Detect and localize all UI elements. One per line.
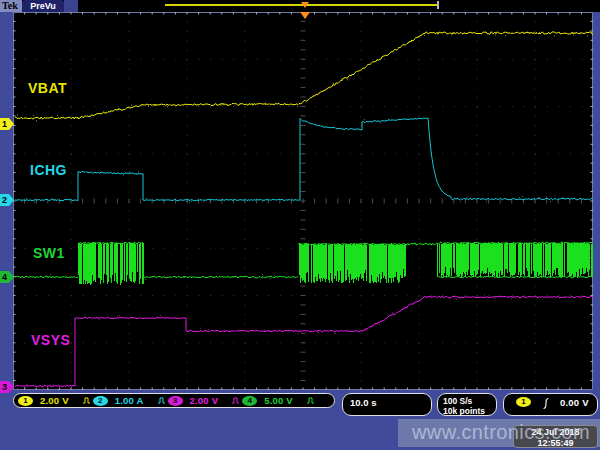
topbar-divider [64, 0, 78, 12]
record-length: 10k points [443, 406, 496, 416]
acquisition-mode-badge: PreVu [22, 0, 64, 12]
channel-1-readout: 12.00 V [18, 395, 93, 406]
channel-label-sw1: SW1 [33, 245, 65, 261]
channel-label-vbat: VBAT [28, 80, 67, 96]
channel-3-badge: 3 [168, 396, 183, 406]
channel-1-coupling-icon [82, 396, 91, 405]
record-view-end-tick [437, 1, 439, 9]
channel-4-scale: 5.00 V [264, 395, 293, 406]
trigger-source-badge: 1 [516, 397, 531, 407]
oscilloscope-screen: { "scope": { "brand": "Tek", "mode": "Pr… [0, 0, 600, 450]
channel-label-vsys: VSYS [31, 332, 70, 348]
channel-marker-4: 4 [0, 271, 14, 283]
channel-4-badge: 4 [242, 396, 257, 406]
channel-3-scale: 2.00 V [190, 395, 219, 406]
timebase-value: 10.0 s [350, 397, 376, 408]
timebase-box: 10.0 s [342, 393, 432, 416]
waveform-display [13, 12, 593, 390]
channel-1-badge: 1 [18, 396, 33, 406]
channel-3-coupling-icon [231, 396, 240, 405]
channel-2-coupling-icon [157, 396, 166, 405]
channel-marker-1: 1 [0, 118, 14, 130]
trigger-position-marker-icon [300, 12, 310, 19]
trigger-level-value: 0.00 V [560, 397, 589, 408]
graticule: VBATICHGVSYSSW1 [13, 12, 593, 390]
channel-1-scale: 2.00 V [40, 395, 69, 406]
channel-readout-box: 12.00 V21.00 A32.00 V45.00 V [13, 393, 335, 408]
channel-label-ichg: ICHG [30, 162, 67, 178]
trigger-position-top-icon [301, 2, 309, 8]
channel-2-readout: 21.00 A [93, 395, 168, 406]
tek-logo: Tek [0, 0, 22, 12]
trigger-box: 1 0.00 V [503, 393, 598, 416]
watermark-text: www.cntronics.com [412, 421, 590, 444]
channel-2-scale: 1.00 A [115, 395, 144, 406]
top-status-bar [0, 0, 600, 12]
sample-rate: 100 S/s [443, 396, 496, 406]
acquisition-box: 100 S/s 10k points [437, 393, 497, 416]
channel-marker-2: 2 [0, 194, 14, 206]
channel-3-readout: 32.00 V [168, 395, 243, 406]
channel-4-coupling-icon [306, 396, 315, 405]
channel-2-badge: 2 [93, 396, 108, 406]
trigger-slope-icon [541, 397, 550, 410]
channel-4-readout: 45.00 V [242, 395, 317, 406]
